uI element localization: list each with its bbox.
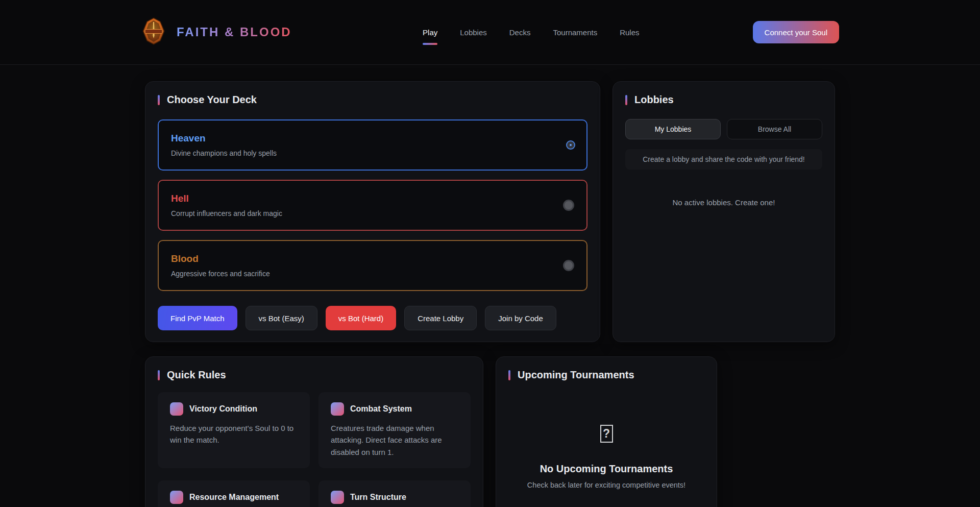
- rule-head: Turn Structure: [331, 491, 458, 504]
- lobbies-title-row: Lobbies: [625, 94, 822, 106]
- match-actions: Find PvP Match vs Bot (Easy) vs Bot (Har…: [158, 306, 587, 330]
- missing-glyph-question-box-icon: ?: [600, 425, 613, 443]
- vs-bot-easy-button[interactable]: vs Bot (Easy): [246, 306, 317, 330]
- tournaments-empty-state: ? No Upcoming Tournaments Check back lat…: [508, 381, 704, 489]
- deck-heaven-name: Heaven: [171, 133, 277, 144]
- tab-browse-all[interactable]: Browse All: [727, 119, 822, 139]
- rule-head: Resource Management: [170, 491, 298, 504]
- deck-heaven-description: Divine champions and holy spells: [171, 149, 277, 157]
- deck-blood-description: Aggressive forces and sacrifice: [171, 270, 270, 278]
- main-nav: Play Lobbies Decks Tournaments Rules: [309, 28, 753, 37]
- faith-and-blood-crest-icon: [141, 17, 166, 47]
- deck-hell-description: Corrupt influencers and dark magic: [171, 209, 282, 218]
- rule-title: Combat System: [350, 404, 412, 414]
- accent-bar-icon: [158, 95, 160, 105]
- quick-rules-panel: Quick Rules Victory Condition Reduce you…: [145, 356, 483, 507]
- header: FAITH & BLOOD Play Lobbies Decks Tournam…: [0, 0, 980, 65]
- choose-deck-title: Choose Your Deck: [167, 94, 257, 106]
- active-nav-underline: [423, 43, 437, 45]
- deck-list: Heaven Divine champions and holy spells …: [158, 119, 587, 291]
- lobbies-panel: Lobbies My Lobbies Browse All Create a l…: [612, 81, 835, 342]
- accent-bar-icon: [508, 370, 510, 380]
- deck-option-hell[interactable]: Hell Corrupt influencers and dark magic: [158, 180, 587, 231]
- nav-item-play[interactable]: Play: [423, 28, 437, 37]
- lobby-notice: Create a lobby and share the code with y…: [625, 149, 822, 170]
- quick-rules-title: Quick Rules: [167, 369, 226, 381]
- deck-option-blood[interactable]: Blood Aggressive forces and sacrifice: [158, 240, 587, 291]
- choose-deck-panel: Choose Your Deck Heaven Divine champions…: [145, 81, 600, 342]
- nav-item-tournaments[interactable]: Tournaments: [553, 28, 597, 37]
- deck-blood-text: Blood Aggressive forces and sacrifice: [171, 253, 270, 278]
- accent-bar-icon: [625, 95, 627, 105]
- create-lobby-button[interactable]: Create Lobby: [404, 306, 477, 330]
- rule-card-turn-structure: Turn Structure Play cards, then enter at…: [318, 480, 471, 507]
- tournaments-empty-message: Check back later for exciting competitiv…: [508, 481, 704, 489]
- deck-heaven-text: Heaven Divine champions and holy spells: [171, 133, 277, 157]
- tournaments-panel: Upcoming Tournaments ? No Upcoming Tourn…: [496, 356, 717, 507]
- top-row: Choose Your Deck Heaven Divine champions…: [145, 81, 835, 342]
- gradient-square-icon: [331, 491, 344, 504]
- rule-head: Victory Condition: [170, 402, 298, 416]
- gradient-square-icon: [170, 402, 183, 416]
- tournaments-title: Upcoming Tournaments: [518, 369, 634, 381]
- app-title: FAITH & BLOOD: [177, 25, 292, 39]
- tab-my-lobbies[interactable]: My Lobbies: [625, 119, 721, 139]
- nav-item-play-label: Play: [423, 28, 437, 37]
- rule-head: Combat System: [331, 402, 458, 416]
- nav-item-rules[interactable]: Rules: [620, 28, 639, 37]
- tournaments-empty-title: No Upcoming Tournaments: [508, 463, 704, 475]
- deck-hell-text: Hell Corrupt influencers and dark magic: [171, 193, 282, 218]
- deck-option-heaven[interactable]: Heaven Divine champions and holy spells: [158, 119, 587, 171]
- nav-item-lobbies[interactable]: Lobbies: [460, 28, 487, 37]
- join-by-code-button[interactable]: Join by Code: [485, 306, 556, 330]
- deck-heaven-radio-selected[interactable]: [567, 141, 574, 149]
- find-pvp-match-button[interactable]: Find PvP Match: [158, 306, 237, 330]
- gradient-square-icon: [331, 402, 344, 416]
- nav-item-decks[interactable]: Decks: [509, 28, 531, 37]
- vs-bot-hard-button[interactable]: vs Bot (Hard): [326, 306, 396, 330]
- rule-title: Turn Structure: [350, 493, 406, 502]
- rule-description: Reduce your opponent's Soul to 0 to win …: [170, 422, 298, 446]
- deck-hell-name: Hell: [171, 193, 282, 204]
- lobbies-title: Lobbies: [634, 94, 674, 106]
- lobbies-tabs: My Lobbies Browse All: [625, 119, 822, 139]
- rule-card-combat-system: Combat System Creatures trade damage whe…: [318, 392, 471, 468]
- main-content: Choose Your Deck Heaven Divine champions…: [145, 81, 835, 507]
- deck-hell-radio[interactable]: [563, 200, 574, 211]
- rule-card-victory-condition: Victory Condition Reduce your opponent's…: [158, 392, 310, 468]
- connect-your-soul-button[interactable]: Connect your Soul: [753, 21, 839, 43]
- quick-rules-title-row: Quick Rules: [158, 369, 471, 381]
- deck-blood-radio[interactable]: [563, 260, 574, 271]
- choose-deck-title-row: Choose Your Deck: [158, 94, 587, 106]
- rule-title: Resource Management: [189, 493, 279, 502]
- gradient-square-icon: [170, 491, 183, 504]
- tournaments-title-row: Upcoming Tournaments: [508, 369, 704, 381]
- deck-blood-name: Blood: [171, 253, 270, 264]
- rule-title: Victory Condition: [189, 404, 257, 414]
- rule-card-resource-management: Resource Management Gain 1 mana per turn…: [158, 480, 310, 507]
- lobbies-empty-message: No active lobbies. Create one!: [625, 198, 822, 207]
- accent-bar-icon: [158, 370, 160, 380]
- logo: FAITH & BLOOD: [141, 17, 309, 47]
- bottom-row: Quick Rules Victory Condition Reduce you…: [145, 356, 835, 507]
- header-inner: FAITH & BLOOD Play Lobbies Decks Tournam…: [141, 17, 839, 47]
- rule-description: Creatures trade damage when attacking. D…: [331, 422, 458, 458]
- rules-grid: Victory Condition Reduce your opponent's…: [158, 392, 471, 507]
